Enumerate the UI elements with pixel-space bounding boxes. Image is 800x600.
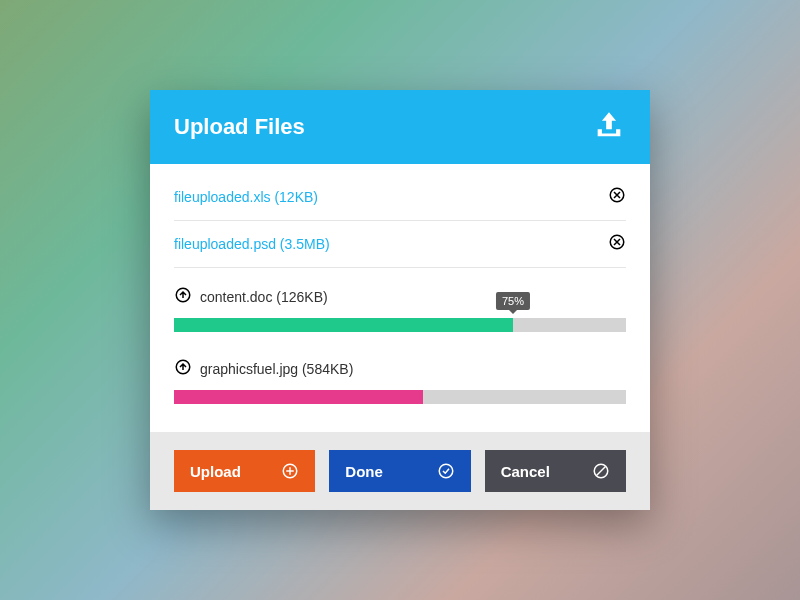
upload-head: graphicsfuel.jpg (584KB) bbox=[174, 358, 626, 380]
upload-button[interactable]: Upload bbox=[174, 450, 315, 492]
check-circle-icon bbox=[437, 462, 455, 480]
progress-tooltip: 75% bbox=[496, 292, 530, 310]
progress-fill bbox=[174, 390, 423, 404]
file-label: fileuploaded.xls (12KB) bbox=[174, 189, 318, 205]
modal-footer: Upload Done Cancel bbox=[150, 432, 650, 510]
file-label: fileuploaded.psd (3.5MB) bbox=[174, 236, 330, 252]
button-label: Cancel bbox=[501, 463, 550, 480]
file-label: content.doc (126KB) bbox=[200, 289, 328, 305]
button-label: Upload bbox=[190, 463, 241, 480]
cancel-circle-icon bbox=[592, 462, 610, 480]
modal-body: fileuploaded.xls (12KB) fileuploaded.psd… bbox=[150, 164, 650, 432]
file-label: graphicsfuel.jpg (584KB) bbox=[200, 361, 353, 377]
remove-file-icon[interactable] bbox=[608, 186, 626, 208]
progress-track bbox=[174, 318, 626, 332]
button-label: Done bbox=[345, 463, 383, 480]
cancel-button[interactable]: Cancel bbox=[485, 450, 626, 492]
uploading-file-item: graphicsfuel.jpg (584KB) bbox=[174, 340, 626, 412]
progress-fill bbox=[174, 318, 513, 332]
progress-bar bbox=[174, 390, 626, 404]
modal-header: Upload Files bbox=[150, 90, 650, 164]
done-button[interactable]: Done bbox=[329, 450, 470, 492]
completed-file-row: fileuploaded.psd (3.5MB) bbox=[174, 221, 626, 268]
remove-file-icon[interactable] bbox=[608, 233, 626, 255]
uploading-file-item: content.doc (126KB) 75% bbox=[174, 268, 626, 340]
arrow-up-circle-icon bbox=[174, 286, 192, 308]
modal-title: Upload Files bbox=[174, 114, 305, 140]
svg-point-5 bbox=[439, 464, 453, 478]
plus-circle-icon bbox=[281, 462, 299, 480]
upload-modal: Upload Files fileuploaded.xls (12KB) fil… bbox=[150, 90, 650, 510]
arrow-up-circle-icon bbox=[174, 358, 192, 380]
progress-track bbox=[174, 390, 626, 404]
completed-file-row: fileuploaded.xls (12KB) bbox=[174, 174, 626, 221]
upload-head: content.doc (126KB) bbox=[174, 286, 626, 308]
upload-icon bbox=[592, 108, 626, 146]
progress-bar: 75% bbox=[174, 318, 626, 332]
